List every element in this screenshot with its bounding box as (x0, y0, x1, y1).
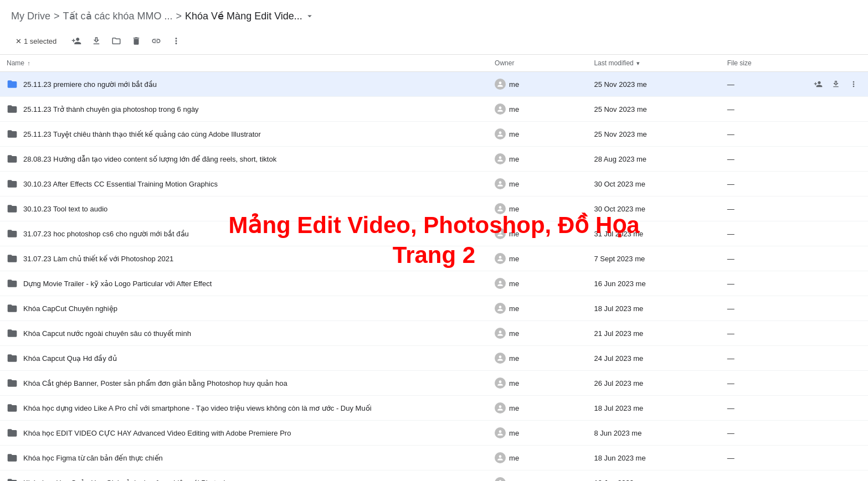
row-more-button[interactable] (810, 201, 826, 216)
row-more-button[interactable] (810, 251, 826, 266)
table-row[interactable]: Khóa Capcut nước ngoài chuyên sâu có thu… (0, 321, 868, 346)
owner-name: me (509, 280, 519, 288)
row-more-button[interactable] (810, 101, 826, 117)
size-cell: — (721, 221, 804, 246)
table-row[interactable]: 25.11.23 Trở thành chuyên gia photoshop … (0, 97, 868, 122)
table-row[interactable]: 25.11.23 premiere cho người mới bắt đầu … (0, 72, 868, 97)
link-icon (151, 36, 161, 46)
breadcrumb-middle[interactable]: Tất cả các khóa MMO ... (63, 10, 173, 22)
table-row[interactable]: Khóa học EDIT VIDEO CỰC HAY Advanced Vid… (0, 421, 868, 446)
row-more-button[interactable] (810, 126, 826, 142)
selected-count: 1 selected (24, 37, 57, 45)
name-cell: 31.07.23 hoc photoshop cs6 cho người mới… (0, 221, 488, 246)
table-row[interactable]: Khóa học dựng video Like A Pro chỉ với s… (0, 396, 868, 421)
row-actions (804, 246, 868, 271)
row-more-button[interactable] (810, 325, 826, 341)
avatar (495, 228, 506, 239)
owner-name: me (509, 180, 519, 188)
col-modified[interactable]: Last modified ▾ (587, 55, 720, 72)
delete-button[interactable] (127, 32, 145, 50)
sort-name-icon: ↑ (27, 60, 30, 66)
link-button[interactable] (147, 32, 165, 50)
move-button[interactable] (107, 32, 125, 50)
table-row[interactable]: 30.10.23 After Effects CC Essential Trai… (0, 172, 868, 196)
table-row[interactable]: Dựng Movie Trailer - kỹ xảo Logo Particu… (0, 271, 868, 296)
row-actions (804, 172, 868, 196)
modified-cell: 18 Jul 2023 me (587, 396, 720, 421)
avatar (495, 79, 506, 90)
owner-cell: me (488, 172, 587, 196)
row-more-button[interactable] (810, 176, 826, 192)
chevron-down-icon (305, 11, 315, 21)
row-more-button[interactable] (810, 226, 826, 241)
add-person-button[interactable] (68, 32, 85, 50)
deselect-button[interactable]: ✕ 1 selected (11, 35, 65, 48)
size-cell: — (721, 421, 804, 446)
owner-name: me (509, 354, 519, 363)
row-more-button[interactable] (810, 375, 826, 391)
owner-name: me (509, 130, 519, 138)
table-row[interactable]: Khóa CapCut Chuyên nghiệp me 18 Jul 2023… (0, 296, 868, 321)
avatar (495, 128, 506, 139)
name-cell: 25.11.23 premiere cho người mới bắt đầu (0, 72, 488, 97)
modified-cell: 7 Sept 2023 me (587, 246, 720, 271)
size-cell: — (721, 321, 804, 346)
owner-name: me (509, 404, 519, 412)
file-name: Khóa học Figma từ căn bản đến thực chiến (23, 454, 163, 462)
name-cell: Khóa học Figma từ căn bản đến thực chiến (0, 446, 488, 470)
file-name: 25.11.23 Tuyệt chiêu thành thạo thiết kế… (23, 130, 261, 138)
download-button[interactable] (88, 32, 105, 50)
row-download-button[interactable] (828, 76, 844, 92)
row-more-button[interactable] (810, 151, 826, 167)
avatar (495, 377, 506, 389)
breadcrumb-root[interactable]: My Drive (11, 11, 50, 22)
avatar (495, 353, 506, 364)
name-cell: Dựng Movie Trailer - kỹ xảo Logo Particu… (0, 271, 488, 296)
file-name: Khóa học EDIT VIDEO CỰC HAY Advanced Vid… (23, 429, 291, 437)
row-more-button[interactable] (810, 276, 826, 291)
file-name: Khóa Capcut Quạ Hd đầy đủ (23, 354, 117, 363)
row-more-button[interactable] (810, 450, 826, 466)
table-row[interactable]: Khóa học Huy Quản Hoa Ghép ảnh chuyên ng… (0, 470, 868, 482)
col-size: File size (721, 55, 804, 72)
name-cell: Khóa học Huy Quản Hoa Ghép ảnh chuyên ng… (0, 470, 488, 482)
folder-icon (7, 228, 18, 239)
table-row[interactable]: 31.07.23 Làm chủ thiết kế với Photoshop … (0, 246, 868, 271)
avatar (495, 278, 506, 289)
table-row[interactable]: 31.07.23 hoc photoshop cs6 cho người mới… (0, 221, 868, 246)
more-options-button[interactable] (167, 32, 185, 50)
row-more-button[interactable] (810, 350, 826, 366)
folder-icon (7, 452, 18, 463)
row-more-button[interactable] (810, 301, 826, 316)
avatar (495, 303, 506, 314)
col-owner[interactable]: Owner (488, 55, 587, 72)
modified-cell: 8 Jun 2023 me (587, 421, 720, 446)
table-row[interactable]: 30.10.23 Tool text to audio me 30 Oct 20… (0, 196, 868, 221)
avatar (495, 178, 506, 189)
name-cell: 28.08.23 Hướng dẫn tạo video content số … (0, 147, 488, 172)
row-add-person-button[interactable] (810, 76, 826, 92)
owner-name: me (509, 205, 519, 213)
name-cell: 31.07.23 Làm chủ thiết kế với Photoshop … (0, 246, 488, 271)
modified-cell: 25 Nov 2023 me (587, 97, 720, 122)
modified-cell: 28 Aug 2023 me (587, 147, 720, 172)
col-name[interactable]: Name ↑ (0, 55, 488, 72)
table-row[interactable]: Khóa Capcut Quạ Hd đầy đủ me 24 Jul 2023… (0, 346, 868, 371)
row-actions (804, 321, 868, 346)
folder-icon (7, 79, 18, 90)
breadcrumb-sep1: > (54, 11, 60, 22)
row-more-button[interactable] (810, 400, 826, 416)
folder-icon (7, 353, 18, 364)
owner-cell: me (488, 72, 587, 97)
avatar (495, 328, 506, 339)
owner-cell: me (488, 421, 587, 446)
table-row[interactable]: 28.08.23 Hướng dẫn tạo video content số … (0, 147, 868, 172)
row-more-button[interactable] (810, 425, 826, 441)
table-row[interactable]: 25.11.23 Tuyệt chiêu thành thạo thiết kế… (0, 122, 868, 147)
row-more-button[interactable] (810, 475, 826, 481)
table-row[interactable]: Khóa học Figma từ căn bản đến thực chiến… (0, 446, 868, 470)
breadcrumb-current[interactable]: Khóa Về Màng Edit Vide... (185, 10, 315, 22)
owner-cell: me (488, 147, 587, 172)
table-row[interactable]: Khóa Cắt ghép Banner, Poster sản phẩm đơ… (0, 371, 868, 396)
row-more-button[interactable] (846, 76, 861, 92)
